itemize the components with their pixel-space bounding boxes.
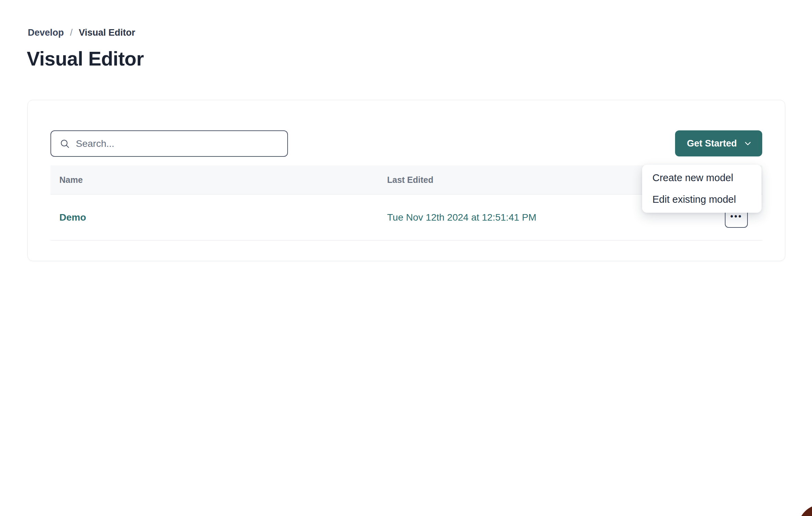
panel-toolbar: Get Started — [50, 130, 762, 157]
breadcrumb-develop-link[interactable]: Develop — [28, 27, 64, 38]
chevron-down-icon — [744, 139, 752, 148]
search-input[interactable] — [76, 138, 280, 149]
corner-blob-decoration — [798, 504, 812, 516]
model-name-link[interactable]: Demo — [59, 212, 86, 223]
page-title: Visual Editor — [27, 47, 144, 70]
table-cell-name: Demo — [50, 212, 387, 223]
page: Develop / Visual Editor Visual Editor Ge… — [0, 0, 812, 516]
search-box[interactable] — [50, 130, 288, 157]
ellipsis-icon: ••• — [730, 212, 742, 221]
search-icon — [59, 138, 70, 149]
table-cell-last-edited: Tue Nov 12th 2024 at 12:51:41 PM — [387, 212, 711, 223]
column-header-name: Name — [50, 175, 387, 185]
breadcrumb-separator: / — [70, 27, 73, 38]
breadcrumb-current: Visual Editor — [79, 27, 136, 38]
get-started-button[interactable]: Get Started — [675, 130, 762, 156]
menu-item-create-new-model[interactable]: Create new model — [642, 167, 762, 189]
breadcrumb: Develop / Visual Editor — [28, 27, 135, 38]
get-started-label: Get Started — [687, 138, 737, 149]
menu-item-edit-existing-model[interactable]: Edit existing model — [642, 189, 762, 210]
get-started-dropdown-menu: Create new model Edit existing model — [642, 165, 762, 213]
